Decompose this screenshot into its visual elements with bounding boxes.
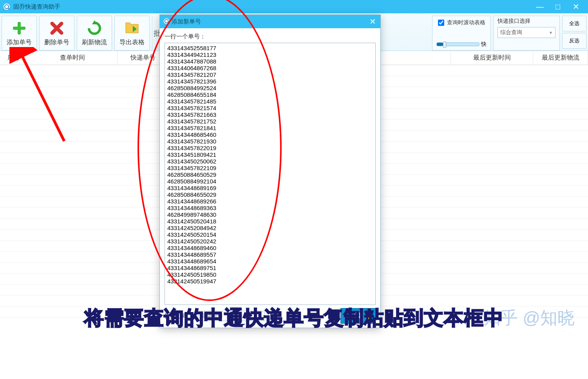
maximize-button[interactable]: □	[554, 2, 562, 11]
modal-app-icon	[163, 18, 170, 26]
invert-selection-label: 反选	[569, 37, 579, 44]
svg-rect-4	[13, 27, 25, 30]
col-query-time[interactable]: 查单时间	[27, 51, 118, 65]
modal-title: 添加新单号	[172, 18, 201, 25]
add-tracking-modal: 添加新单号 ✕ 一行一个单号： 433143452558177 43314344…	[159, 15, 381, 328]
refresh-icon	[87, 20, 102, 37]
delete-tracking-label: 删除单号	[44, 38, 69, 47]
company-select[interactable]: 自动识别 ▼	[198, 311, 264, 321]
app-title: 固乔快递查询助手	[13, 3, 60, 11]
scroll-speed-group: 查询时滚动表格 快	[432, 16, 491, 51]
select-all-label: 全选	[569, 20, 579, 27]
chevron-down-icon: ▼	[549, 31, 553, 35]
speed-fast-label: 快	[481, 41, 487, 48]
close-button[interactable]: ✕	[572, 2, 580, 11]
folder-export-icon	[124, 20, 140, 37]
scroll-checkbox-row[interactable]: 查询时滚动表格	[436, 18, 487, 27]
speed-slider[interactable]	[436, 42, 479, 46]
titlebar: 固乔快递查询助手 — □ ✕	[0, 0, 588, 13]
app-icon	[2, 2, 11, 11]
select-all-button[interactable]: 全选	[562, 16, 586, 31]
modal-hint: 一行一个单号：	[165, 33, 376, 40]
tracking-numbers-textarea[interactable]: 433143452558177 433143449421123 43314344…	[165, 43, 376, 305]
modal-close-button[interactable]: ✕	[368, 17, 377, 26]
svg-line-11	[359, 317, 362, 320]
plus-icon	[11, 20, 27, 37]
interface-title: 快递接口选择	[498, 18, 555, 25]
col-last-update[interactable]: 最后更新时间	[451, 51, 533, 65]
search-icon	[353, 310, 364, 321]
modal-search-button[interactable]	[340, 308, 376, 324]
minimize-button[interactable]: —	[536, 2, 544, 11]
scroll-checkbox-label: 查询时滚动表格	[447, 19, 485, 26]
delete-tracking-button[interactable]: 删除单号	[39, 16, 74, 51]
refresh-label: 刷新物流	[82, 38, 107, 47]
interface-group: 快递接口选择 综合查询 ▼	[493, 16, 560, 51]
cross-icon	[49, 20, 65, 37]
interface-value: 综合查询	[500, 29, 522, 36]
col-seq[interactable]: 序号	[0, 51, 27, 65]
export-button[interactable]: 导出表格	[114, 16, 150, 51]
add-tracking-button[interactable]: 添加单号	[2, 16, 37, 51]
interface-select[interactable]: 综合查询 ▼	[498, 27, 555, 38]
invert-selection-button[interactable]: 反选	[562, 33, 586, 49]
modal-titlebar: 添加新单号 ✕	[160, 15, 380, 28]
chevron-down-icon: ▼	[258, 314, 262, 318]
refresh-button[interactable]: 刷新物流	[77, 16, 112, 51]
company-value: 自动识别	[201, 312, 223, 319]
scroll-checkbox[interactable]	[438, 20, 444, 26]
company-label: 快递公司：	[165, 312, 194, 320]
col-last-logistics[interactable]: 最后更新物流	[533, 51, 588, 65]
add-tracking-label: 添加单号	[7, 38, 32, 47]
export-label: 导出表格	[119, 38, 145, 47]
